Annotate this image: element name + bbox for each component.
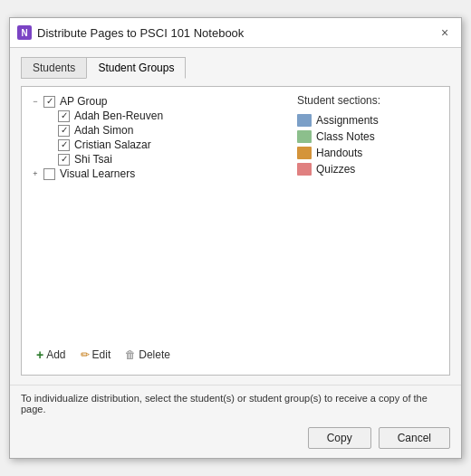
edit-button[interactable]: ✏ Edit — [77, 347, 115, 363]
title-bar-left: N Distribute Pages to PSCI 101 Notebook — [17, 25, 244, 40]
checkbox-adah-simon[interactable] — [58, 125, 70, 137]
assignments-icon — [297, 114, 312, 127]
label-cristian: Cristian Salazar — [74, 138, 151, 151]
class-notes-icon — [297, 130, 312, 143]
groups-tree: − AP Group Adah Ben-Reuven Adah S — [29, 94, 286, 338]
handouts-icon — [297, 147, 312, 159]
tree-row-shi: Shi Tsai — [29, 152, 286, 167]
action-buttons: Copy Cancel — [10, 420, 461, 458]
delete-label: Delete — [139, 348, 170, 361]
section-class-notes: Class Notes — [297, 129, 442, 145]
edit-icon: ✏ — [81, 348, 90, 361]
tab-student-groups[interactable]: Student Groups — [86, 57, 186, 79]
right-panel: Student sections: Assignments Class Note… — [297, 94, 442, 367]
dialog: N Distribute Pages to PSCI 101 Notebook … — [9, 17, 462, 459]
tree-row-adah-simon: Adah Simon — [29, 123, 286, 138]
add-icon: + — [36, 347, 43, 362]
tab-students[interactable]: Students — [21, 57, 86, 79]
tree-row-cristian: Cristian Salazar — [29, 138, 286, 152]
section-quizzes: Quizzes — [297, 161, 442, 177]
quizzes-label: Quizzes — [316, 163, 355, 176]
label-adah-simon: Adah Simon — [74, 124, 133, 137]
main-area: − AP Group Adah Ben-Reuven Adah S — [21, 86, 450, 376]
label-shi: Shi Tsai — [74, 153, 112, 166]
tree-row-visual-learners: + Visual Learners — [29, 167, 286, 181]
checkbox-adah-ben[interactable] — [58, 110, 70, 122]
bottom-toolbar: + Add ✏ Edit 🗑 Delete — [29, 338, 286, 367]
label-adah-ben: Adah Ben-Reuven — [74, 109, 163, 122]
checkbox-ap-group[interactable] — [43, 96, 55, 108]
checkbox-cristian[interactable] — [58, 139, 70, 151]
label-visual-learners: Visual Learners — [60, 167, 135, 180]
left-panel: − AP Group Adah Ben-Reuven Adah S — [29, 94, 286, 367]
label-ap-group: AP Group — [60, 95, 107, 108]
sections-list: Assignments Class Notes Handouts Quizzes — [297, 112, 442, 367]
checkbox-shi[interactable] — [58, 154, 70, 166]
section-assignments: Assignments — [297, 112, 442, 129]
quizzes-icon — [297, 163, 312, 176]
class-notes-label: Class Notes — [316, 130, 375, 143]
assignments-label: Assignments — [316, 114, 379, 127]
add-button[interactable]: + Add — [33, 346, 70, 364]
copy-button[interactable]: Copy — [308, 427, 371, 449]
section-handouts: Handouts — [297, 145, 442, 161]
cancel-button[interactable]: Cancel — [379, 427, 450, 449]
edit-label: Edit — [92, 348, 111, 361]
close-button[interactable]: × — [436, 24, 454, 42]
delete-icon: 🗑 — [125, 348, 136, 361]
expander-visual-learners[interactable]: + — [29, 167, 42, 180]
onenote-icon: N — [17, 25, 32, 40]
expander-ap-group[interactable]: − — [29, 95, 42, 108]
tree-row-ap-group: − AP Group — [29, 94, 286, 109]
delete-button[interactable]: 🗑 Delete — [121, 347, 174, 363]
title-bar: N Distribute Pages to PSCI 101 Notebook … — [10, 18, 461, 48]
dialog-content: Students Student Groups − AP Group — [10, 48, 461, 385]
tabs-row: Students Student Groups — [21, 57, 450, 79]
tree-row-adah-ben: Adah Ben-Reuven — [29, 109, 286, 123]
add-label: Add — [46, 348, 65, 361]
footer-note: To individualize distribution, select th… — [10, 385, 461, 420]
sections-label: Student sections: — [297, 94, 442, 107]
footer-text: To individualize distribution, select th… — [21, 393, 428, 414]
checkbox-visual-learners[interactable] — [43, 168, 55, 180]
dialog-title: Distribute Pages to PSCI 101 Notebook — [37, 26, 244, 40]
handouts-label: Handouts — [316, 147, 362, 159]
